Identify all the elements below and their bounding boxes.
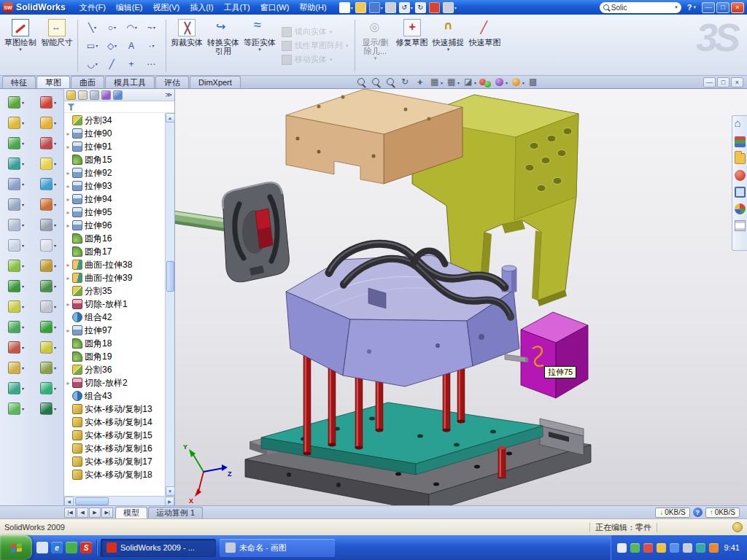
scroll-right-icon[interactable]: ▶ [165,497,174,506]
sketch-entity-tool[interactable]: A [122,36,142,55]
tool-button[interactable]: ▾ [8,362,24,374]
tool-button[interactable]: ▾ [8,178,24,190]
feature-tree-item[interactable]: 组合43 [64,389,165,402]
sketch-entity-tool[interactable]: + [122,55,142,73]
feature-tree-item[interactable]: ▸ 拉伸95 [64,206,165,219]
display-style-icon[interactable]: ▾ [446,77,460,88]
view-palette-icon[interactable] [735,187,746,198]
scrollbar-thumb[interactable] [166,261,174,292]
feature-tree-item[interactable]: 圆角19 [64,350,165,363]
trim-entities-button[interactable]: 剪裁实体 [169,17,205,74]
tool-button[interactable]: ▾ [40,198,56,211]
expander-icon[interactable]: ▸ [64,183,72,190]
3d-model-scene[interactable]: Y X Z [175,89,747,505]
draft-quality-icon[interactable] [527,77,539,88]
menu-item[interactable]: 工具(T) [219,1,255,15]
feature-tree-item[interactable]: 圆角16 [64,232,165,245]
sketch-entity-tool[interactable]: ⋯ [142,55,161,73]
pan-icon[interactable] [414,77,426,88]
graphics-area[interactable]: Y X Z 拉伸75 [175,89,747,505]
convert-entities-button[interactable]: 转换实体引用 [205,17,241,74]
menu-item[interactable]: 视图(V) [148,1,185,15]
tool-button[interactable]: ▾ [40,300,56,313]
tool-button[interactable]: ▾ [8,137,24,149]
tool-button[interactable]: ▾ [8,219,24,231]
tool-button[interactable]: ▾ [8,280,24,292]
tool-button[interactable]: ▾ [40,178,56,190]
rebuild-icon[interactable] [429,2,441,13]
tool-button[interactable]: ▾ [40,239,56,252]
property-manager-tab[interactable] [78,90,88,100]
feature-tree-item[interactable]: 分割36 [64,363,165,376]
sketch-entity-tool[interactable]: ○▾ [102,18,122,36]
tool-button[interactable]: ▾ [8,117,24,129]
tool-button[interactable]: ▾ [8,341,24,354]
tool-button[interactable]: ▾ [8,96,24,109]
new-document-icon[interactable]: ▾ [339,2,353,13]
tool-button[interactable]: ▾ [40,158,56,170]
quick-tips-icon[interactable] [732,522,743,532]
feature-tree-item[interactable]: ▸ 切除-放样1 [64,298,165,311]
tool-button[interactable]: ▾ [40,402,56,415]
design-library-icon[interactable] [735,136,746,147]
tool-button[interactable]: ▾ [40,117,56,129]
sketch-entity-tool[interactable]: ·▾ [142,36,161,55]
sketch-entity-tool[interactable]: ◡▾ [82,55,102,73]
close-button[interactable]: × [731,2,744,13]
sketch-button[interactable]: 草图绘制 ▾ [2,17,39,74]
tool-button[interactable]: ▾ [40,341,56,354]
standard-views-icon[interactable]: ▾ [429,77,443,88]
tool-button[interactable]: ▾ [8,382,24,394]
scrollbar-thumb[interactable] [75,497,109,505]
file-explorer-icon[interactable] [735,153,746,164]
task-button[interactable]: 未命名 - 画图 [220,539,335,557]
task-button[interactable]: SolidWorks 2009 - ... [101,539,216,557]
feature-tree-item[interactable]: 圆角18 [64,337,165,350]
tool-button[interactable]: ▾ [8,158,24,170]
minimize-button[interactable]: — [702,2,715,13]
show-desktop-icon[interactable] [36,542,48,553]
tray-icon[interactable] [617,543,627,553]
expander-icon[interactable]: ▸ [64,275,72,281]
command-tab[interactable]: 草图 [36,76,70,88]
open-icon[interactable] [355,2,367,13]
expander-icon[interactable]: ▸ [64,170,72,176]
command-tab[interactable]: 曲面 [71,76,104,88]
save-icon[interactable]: ▾ [369,2,383,13]
tool-button[interactable]: ▾ [40,382,56,394]
feature-manager-tab[interactable] [66,90,76,100]
tool-button[interactable]: ▾ [40,219,56,231]
internet-explorer-icon[interactable]: e [51,542,63,553]
feature-tree-item[interactable]: 组合42 [64,311,165,324]
rotate-view-icon[interactable] [400,77,411,88]
expander-icon[interactable]: ▸ [64,301,72,308]
tray-icon[interactable] [683,543,692,553]
offset-entities-button[interactable]: 等距实体 ▾ [241,17,278,74]
tree-horizontal-scrollbar[interactable]: ◀ ▶ [64,496,174,505]
tab-scroll-button[interactable]: ◀ [77,508,88,518]
feature-tree-item[interactable]: 实体-移动/复制16 [64,442,165,455]
search-input[interactable]: Solic [611,4,673,12]
tool-button[interactable]: ▾ [8,260,24,272]
maximize-button[interactable]: □ [716,2,729,13]
community-icon[interactable] [735,203,746,214]
expander-icon[interactable]: ▸ [64,196,72,203]
display-manager-tab[interactable] [113,90,123,100]
sketch-entity-tool[interactable]: ◠▾ [122,18,142,36]
rapid-sketch-button[interactable]: 快速草图 [467,17,503,74]
expander-icon[interactable]: ▸ [64,380,72,386]
net-help-icon[interactable]: ? [693,508,703,517]
filter-funnel-icon[interactable] [67,104,75,111]
tool-button[interactable]: ▾ [8,239,24,252]
part-side-block[interactable] [521,312,588,398]
view-settings-icon[interactable]: ▾ [494,77,508,88]
tool-button[interactable]: ▾ [8,300,24,313]
scroll-down-icon[interactable]: ▼ [166,486,175,496]
section-view-icon[interactable]: ▾ [462,77,476,88]
tree-vertical-scrollbar[interactable]: ▲ ▼ [165,113,174,496]
document-minimize-button[interactable]: — [703,77,716,88]
command-tab[interactable]: 模具工具 [105,76,155,88]
feature-tree-item[interactable]: ▸ 拉伸94 [64,192,165,206]
menu-item[interactable]: 窗口(W) [255,1,295,15]
zoom-fit-icon[interactable] [356,77,368,88]
